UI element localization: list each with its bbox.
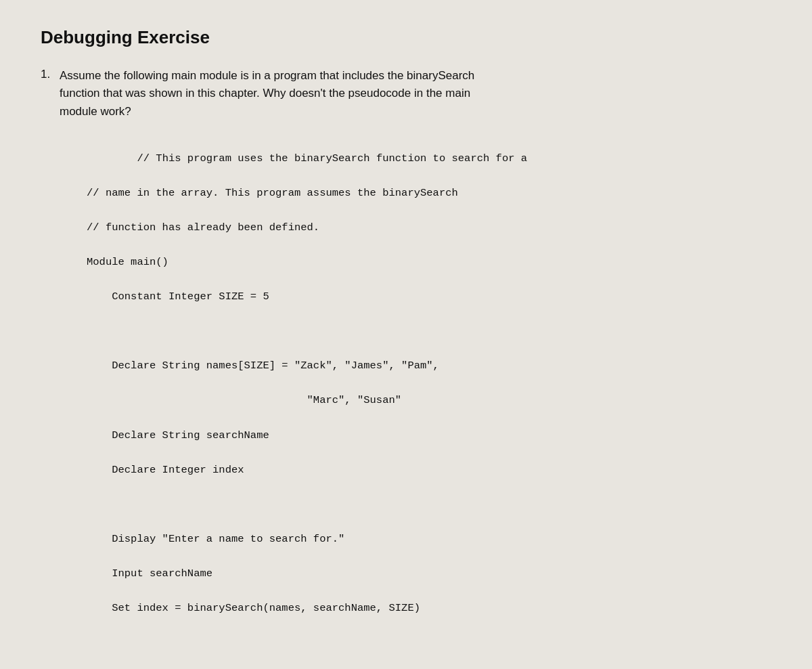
code-set-index: Set index = binarySearch(names, searchNa… <box>87 602 420 614</box>
code-comment1: // This program uses the binarySearch fu… <box>137 152 527 165</box>
code-module-decl: Module main() <box>87 256 168 268</box>
page-title: Debugging Exercise <box>41 27 771 48</box>
code-constant: Constant Integer SIZE = 5 <box>87 290 269 303</box>
code-block: // This program uses the binarySearch fu… <box>87 133 527 669</box>
question-line1: Assume the following main module is in a… <box>60 69 474 82</box>
question-block: 1. Assume the following main module is i… <box>41 67 771 669</box>
code-comment2: // name in the array. This program assum… <box>87 187 458 199</box>
question-number: 1. <box>41 67 55 81</box>
code-comment3: // function has already been defined. <box>87 221 319 234</box>
code-declare-names: Declare String names[SIZE] = "Zack", "Ja… <box>87 360 439 372</box>
question-line3: module work? <box>60 105 131 118</box>
page: Debugging Exercise 1. Assume the followi… <box>0 0 812 669</box>
code-declare-searchname: Declare String searchName <box>87 429 269 441</box>
question-line2: function that was shown in this chapter.… <box>60 87 470 100</box>
code-declare-index: Declare Integer index <box>87 464 244 476</box>
question-text: Assume the following main module is in a… <box>60 67 527 121</box>
code-display1: Display "Enter a name to search for." <box>87 533 344 545</box>
code-input1: Input searchName <box>87 567 212 580</box>
code-declare-names2: "Marc", "Susan" <box>87 394 401 406</box>
